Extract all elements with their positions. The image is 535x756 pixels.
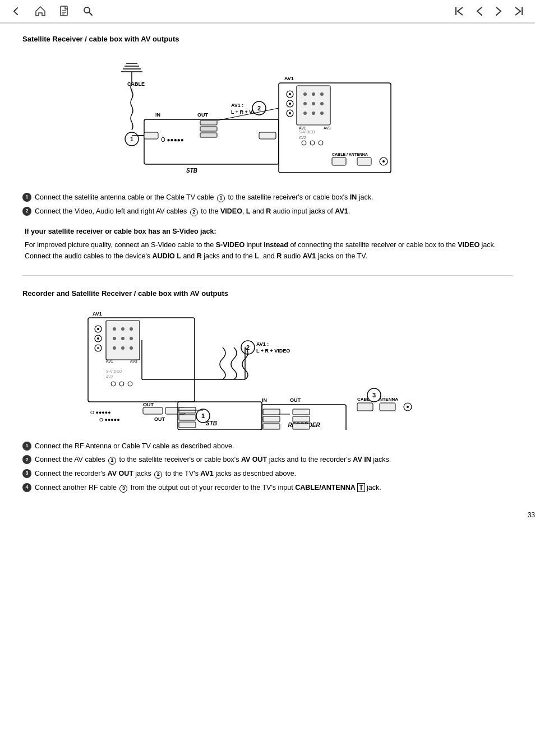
svg-point-40: [303, 102, 307, 105]
svg-point-35: [289, 112, 291, 114]
next-icon: [495, 6, 502, 16]
svg-point-42: [320, 102, 324, 105]
svg-text:IN: IN: [155, 112, 160, 118]
toolbar: [0, 0, 535, 23]
instruction-text-s2-1: Connect the RF Antenna or Cable TV cable…: [35, 441, 234, 452]
svg-text:OUT: OUT: [197, 112, 209, 118]
section2-diagram: AV1 AV1 AV3 S-VIDEO AV2: [22, 307, 513, 430]
instruction-text-s2-4: Connect another RF cable 3 from the outp…: [35, 483, 381, 493]
svg-point-73: [113, 327, 116, 331]
step-badge-s2-1: 1: [22, 442, 31, 451]
svg-rect-112: [263, 416, 280, 422]
svg-point-81: [130, 346, 133, 350]
svg-point-69: [97, 337, 99, 340]
svg-text:AV1: AV1: [284, 76, 294, 81]
section1-title: Satellite Receiver / cable box with AV o…: [22, 35, 513, 43]
svg-text:OUT: OUT: [154, 416, 165, 422]
svg-text:IN: IN: [262, 397, 267, 403]
svg-text:OUT: OUT: [290, 397, 301, 403]
svg-text:AV1 :: AV1 :: [231, 103, 243, 108]
search-button[interactable]: [81, 5, 95, 17]
svg-rect-90: [143, 407, 163, 414]
back-button[interactable]: [9, 5, 24, 17]
svg-text:S-VIDEO: S-VIDEO: [299, 130, 315, 134]
toolbar-right: [452, 5, 526, 17]
section1-diagram: CABLE 1 STB IN O ●●●●● OUT: [22, 52, 513, 181]
instruction-text-s2-3: Connect the recorder's AV OUT jacks 2 to…: [35, 469, 296, 479]
document-button[interactable]: [57, 4, 72, 18]
svg-rect-55: [357, 157, 371, 165]
svg-rect-116: [293, 424, 310, 429]
svg-rect-115: [293, 416, 310, 422]
instruction-item-s2-4: 4 Connect another RF cable 3 from the ou…: [22, 483, 513, 493]
next-button[interactable]: [492, 5, 505, 17]
skip-back-icon: [454, 6, 464, 16]
search-icon: [83, 6, 93, 16]
svg-point-88: [128, 382, 132, 386]
prev-button[interactable]: [473, 5, 486, 17]
svg-point-51: [310, 141, 315, 145]
svg-point-37: [303, 92, 307, 96]
svg-text:2: 2: [257, 105, 261, 112]
svg-point-75: [130, 327, 133, 331]
step-badge-s2-3: 3: [22, 469, 31, 478]
prev-icon: [476, 6, 483, 16]
svg-rect-24: [200, 120, 217, 125]
svg-rect-20: [144, 132, 158, 139]
svg-point-44: [312, 112, 315, 115]
svg-point-33: [289, 103, 291, 105]
step-badge-1: 1: [22, 193, 31, 202]
instruction-item: 1 Connect the satellite antenna cable or…: [22, 192, 513, 203]
section2-svg: AV1 AV1 AV3 S-VIDEO AV2: [82, 307, 453, 430]
step-badge-s2-2: 2: [22, 455, 31, 464]
svg-rect-25: [200, 127, 217, 131]
skip-fwd-icon: [514, 6, 524, 16]
svg-text:3: 3: [372, 392, 376, 398]
svg-point-80: [121, 346, 124, 350]
svg-point-87: [119, 382, 124, 386]
svg-text:O ●●●●●: O ●●●●●: [99, 417, 120, 423]
svg-rect-54: [332, 157, 346, 165]
svg-rect-102: [179, 422, 196, 428]
svg-text:CABLE / ANTENNA: CABLE / ANTENNA: [332, 152, 368, 156]
svg-point-43: [303, 112, 307, 115]
section2-title: Recorder and Satellite Receiver / cable …: [22, 289, 513, 298]
home-icon: [35, 6, 46, 17]
svg-text:S-VIDEO: S-VIDEO: [106, 369, 122, 373]
svg-text:O ●●●●●: O ●●●●●: [161, 137, 184, 143]
svg-text:AV1: AV1: [106, 359, 113, 363]
instruction-item-s2-2: 2 Connect the AV cables 1 to the satelli…: [22, 454, 513, 465]
svg-rect-113: [263, 424, 280, 429]
document-icon: [59, 6, 70, 17]
svg-point-121: [407, 406, 409, 408]
svg-text:1: 1: [130, 136, 133, 142]
svg-point-71: [97, 347, 99, 349]
section-divider: [22, 275, 513, 276]
instruction-item: 2 Connect the Video, Audio left and righ…: [22, 206, 513, 217]
svg-rect-111: [263, 409, 280, 415]
section1-svg: CABLE 1 STB IN O ●●●●● OUT: [110, 52, 425, 181]
home-button[interactable]: [33, 4, 48, 18]
svg-point-57: [382, 160, 385, 163]
step-badge-2: 2: [22, 207, 31, 216]
svg-rect-114: [293, 409, 310, 415]
svg-point-38: [312, 92, 315, 96]
svg-rect-27: [259, 132, 276, 139]
skip-back-button[interactable]: [452, 5, 467, 17]
svg-text:CABLE: CABLE: [127, 81, 145, 87]
skip-fwd-button[interactable]: [511, 5, 526, 17]
svg-text:STB: STB: [186, 168, 197, 174]
svg-point-45: [320, 112, 324, 115]
toolbar-left: [9, 4, 95, 18]
svg-text:O ●●●●●: O ●●●●●: [90, 410, 111, 415]
svg-point-79: [113, 346, 116, 350]
instruction-text-s2-2: Connect the AV cables 1 to the satellite…: [35, 454, 391, 465]
svg-line-5: [89, 12, 92, 15]
svg-point-50: [302, 141, 306, 145]
svg-text:AV1: AV1: [93, 311, 102, 317]
svg-text:L + R + VIDEO: L + R + VIDEO: [256, 348, 290, 354]
svg-text:AV3: AV3: [324, 126, 331, 130]
svg-text:AV2: AV2: [299, 136, 306, 140]
svg-rect-119: [380, 403, 395, 411]
svg-point-67: [97, 328, 99, 330]
